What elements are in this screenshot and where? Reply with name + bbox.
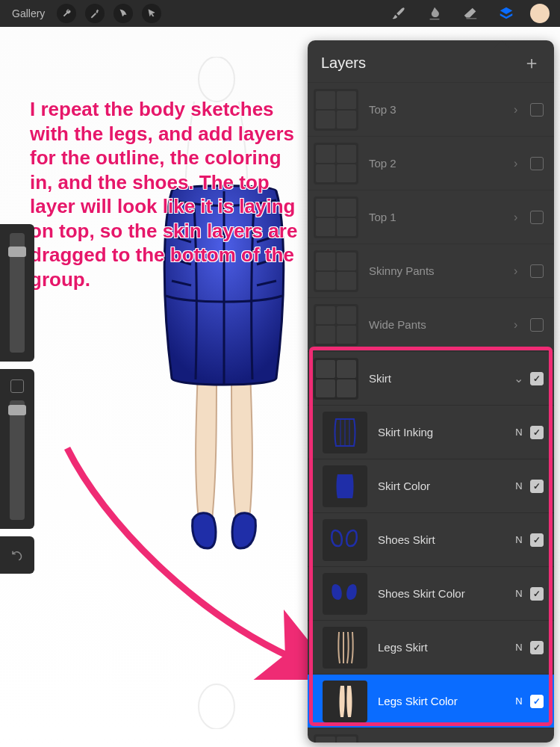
visibility-checkbox[interactable] [530,480,544,493]
visibility-checkbox[interactable] [530,695,544,708]
svg-point-0 [199,57,234,102]
layer-thumbnail [323,465,367,507]
visibility-checkbox[interactable] [530,211,544,224]
svg-point-1 [199,684,234,729]
layers-panel-title: Layers [321,55,366,72]
pointer-icon[interactable] [142,4,161,23]
wrench-icon[interactable] [57,4,76,23]
visibility-checkbox[interactable] [530,264,544,278]
layer-group-skirt[interactable]: Skirt⌄ [308,351,554,405]
chevron-down-icon[interactable]: ⌄ [514,371,527,385]
layer-group-skinny-pants[interactable]: Skinny Pants› [308,244,554,297]
opacity-slider[interactable] [10,400,25,520]
layer-group-top-1[interactable]: Top 1› [308,190,554,244]
layer-label: Skirt Color [378,480,508,492]
eraser-icon[interactable] [460,5,481,22]
visibility-checkbox[interactable] [530,103,544,117]
layer-thumbnail [323,573,367,615]
layer-group-label: Skinny Pants [369,264,511,277]
layer-thumbnail [323,412,367,453]
visibility-checkbox[interactable] [530,641,544,654]
blend-mode-indicator[interactable]: N [512,534,526,545]
visibility-checkbox[interactable] [530,533,544,547]
blend-mode-indicator[interactable]: N [512,695,526,707]
chevron-right-icon[interactable]: › [514,264,527,278]
layer-label: Legs Skirt Color [378,695,508,707]
chevron-right-icon[interactable]: › [514,157,527,170]
layer-label: Shoes Skirt [378,533,508,546]
brush-size-slider[interactable] [10,233,25,353]
visibility-checkbox[interactable] [530,372,544,385]
layer-label: Skirt Inking [378,426,508,438]
blend-mode-indicator[interactable]: N [512,427,526,438]
color-picker-square[interactable] [10,379,24,393]
layer-label: Legs Skirt [378,641,508,654]
visibility-checkbox[interactable] [530,157,544,170]
layer-skirt-inking[interactable]: Skirt InkingN [308,405,554,459]
brush-icon[interactable] [388,5,409,22]
layer-group-label: Top 1 [369,211,511,223]
layer-thumbnail [323,519,367,561]
blend-mode-indicator[interactable]: N [512,480,526,492]
color-swatch[interactable] [530,4,550,23]
blend-mode-indicator[interactable]: N [512,642,526,653]
layers-icon[interactable] [496,5,517,22]
chevron-right-icon[interactable]: › [514,318,527,332]
smudge-icon[interactable] [424,5,445,22]
left-slider-rail [0,224,34,574]
top-toolbar: Gallery [0,0,560,27]
layer-thumbnail [323,681,367,722]
layer-group-sketches[interactable]: Sketches› [308,728,554,743]
visibility-checkbox[interactable] [530,318,544,332]
tutorial-annotation: I repeat the body sketches with the legs… [30,97,299,291]
add-layer-button[interactable]: ＋ [523,51,541,75]
layer-group-top-2[interactable]: Top 2› [308,136,554,190]
selection-icon[interactable] [113,4,133,23]
layer-thumbnail [323,627,367,669]
chevron-right-icon[interactable]: › [514,103,527,117]
layer-shoes-skirt[interactable]: Shoes SkirtN [308,512,554,566]
visibility-checkbox[interactable] [530,587,544,601]
layer-skirt-color[interactable]: Skirt ColorN [308,459,554,512]
layer-group-wide-pants[interactable]: Wide Pants› [308,297,554,351]
layer-legs-skirt-color[interactable]: Legs Skirt ColorN [308,674,554,728]
layer-shoes-skirt-color[interactable]: Shoes Skirt ColorN [308,566,554,620]
blend-mode-indicator[interactable]: N [512,588,526,599]
layer-group-label: Top 3 [369,103,511,116]
layer-group-label: Top 2 [369,157,511,170]
visibility-checkbox[interactable] [530,426,544,439]
layer-legs-skirt[interactable]: Legs SkirtN [308,620,554,674]
layer-group-label: Wide Pants [369,318,511,331]
layer-group-top-3[interactable]: Top 3› [308,82,554,136]
layer-group-label: Skirt [369,372,511,385]
layers-panel: Layers ＋ Top 3›Top 2›Top 1›Skinny Pants›… [308,40,554,743]
undo-button[interactable] [0,536,34,574]
wand-icon[interactable] [85,4,105,23]
layer-label: Shoes Skirt Color [378,587,508,600]
chevron-right-icon[interactable]: › [514,211,527,224]
gallery-button[interactable]: Gallery [4,7,52,19]
